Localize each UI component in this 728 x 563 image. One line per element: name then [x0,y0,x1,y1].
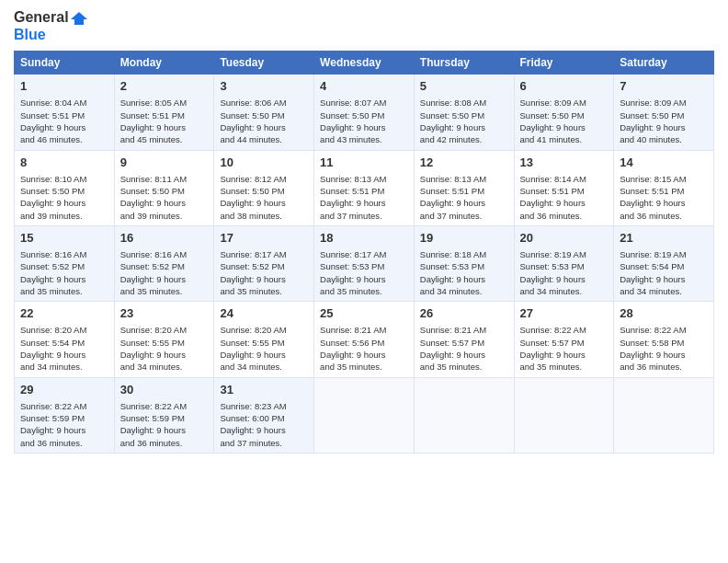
cell-info-line: Daylight: 9 hours [20,273,108,285]
cell-info-line: Sunrise: 8:04 AM [20,97,108,109]
cell-info-line: and 36 minutes. [620,210,708,222]
day-number: 22 [20,305,108,322]
day-number: 28 [620,305,708,322]
weekday-header-wednesday: Wednesday [314,52,415,75]
week-row-3: 15Sunrise: 8:16 AMSunset: 5:52 PMDayligh… [15,225,714,301]
cell-info-line: Daylight: 9 hours [420,121,508,133]
cell-info-line: and 36 minutes. [20,437,108,449]
cell-info-line: Sunrise: 8:17 AM [220,248,308,260]
cell-info-line: and 42 minutes. [420,133,508,145]
cell-info-line: Daylight: 9 hours [620,349,708,361]
cell-info-line: and 36 minutes. [520,210,609,222]
cell-info-line: Sunrise: 8:16 AM [20,248,108,260]
cell-info-line: Sunset: 5:57 PM [520,337,609,349]
cell-info-line: Daylight: 9 hours [320,121,408,133]
cell-info-line: Sunrise: 8:13 AM [320,173,408,185]
cell-info-line: Daylight: 9 hours [620,121,708,133]
cell-info-line: and 34 minutes. [620,285,708,297]
cell-info-line: Sunset: 5:50 PM [220,185,308,197]
cell-info-line: Daylight: 9 hours [320,349,408,361]
day-number: 9 [120,155,209,171]
calendar-cell: 28Sunrise: 8:22 AMSunset: 5:58 PMDayligh… [614,302,714,377]
day-number: 24 [220,305,308,322]
cell-info-line: Sunrise: 8:20 AM [20,324,108,336]
calendar-cell: 18Sunrise: 8:17 AMSunset: 5:53 PMDayligh… [314,225,415,301]
cell-info-line: Sunset: 5:53 PM [420,260,508,272]
day-number: 18 [320,230,408,247]
cell-info-line: Sunrise: 8:18 AM [420,248,508,260]
calendar-cell: 8Sunrise: 8:10 AMSunset: 5:50 PMDaylight… [15,150,115,225]
cell-info-line: Sunset: 5:50 PM [520,109,609,121]
cell-info-line: Daylight: 9 hours [520,349,609,361]
cell-info-line: Daylight: 9 hours [20,424,108,436]
day-number: 15 [20,230,108,247]
day-number: 29 [20,382,108,398]
day-number: 31 [220,382,308,398]
cell-info-line: Sunrise: 8:19 AM [520,248,609,260]
cell-info-line: Sunset: 5:50 PM [620,109,708,121]
cell-info-line: Daylight: 9 hours [20,349,108,361]
cell-info-line: Sunrise: 8:05 AM [120,97,209,109]
weekday-header-tuesday: Tuesday [214,52,314,75]
cell-info-line: Sunrise: 8:21 AM [420,324,508,336]
cell-info-line: Sunset: 5:51 PM [620,185,708,197]
cell-info-line: Daylight: 9 hours [220,197,308,209]
cell-info-line: Sunset: 5:59 PM [120,412,209,424]
cell-info-line: Sunset: 5:51 PM [520,185,609,197]
cell-info-line: Sunrise: 8:16 AM [120,248,209,260]
day-number: 6 [520,78,609,95]
cell-info-line: Sunset: 5:50 PM [20,185,108,197]
cell-info-line: Daylight: 9 hours [620,197,708,209]
cell-info-line: and 35 minutes. [120,285,209,297]
calendar-cell: 26Sunrise: 8:21 AMSunset: 5:57 PMDayligh… [414,302,514,377]
cell-info-line: Sunset: 6:00 PM [220,412,308,424]
weekday-header-thursday: Thursday [414,52,514,75]
cell-info-line: Sunset: 5:59 PM [20,412,108,424]
page-container: General Blue SundayMondayTuesdayWednesda… [0,0,728,458]
cell-info-line: Sunset: 5:50 PM [120,185,209,197]
day-number: 10 [220,155,308,171]
cell-info-line: Sunset: 5:52 PM [120,260,209,272]
cell-info-line: Daylight: 9 hours [220,349,308,361]
cell-info-line: Daylight: 9 hours [120,121,209,133]
cell-info-line: Sunrise: 8:07 AM [320,97,408,109]
week-row-5: 29Sunrise: 8:22 AMSunset: 5:59 PMDayligh… [15,377,714,453]
day-number: 27 [520,305,609,322]
cell-info-line: and 34 minutes. [220,361,308,373]
cell-info-line: Sunset: 5:55 PM [220,337,308,349]
cell-info-line: Sunrise: 8:14 AM [520,173,609,185]
svg-marker-0 [71,12,87,25]
calendar-cell: 12Sunrise: 8:13 AMSunset: 5:51 PMDayligh… [414,150,514,225]
cell-info-line: Sunset: 5:58 PM [620,337,708,349]
cell-info-line: Sunrise: 8:09 AM [520,97,609,109]
cell-info-line: Sunset: 5:50 PM [320,109,408,121]
cell-info-line: Sunset: 5:51 PM [420,185,508,197]
cell-info-line: Sunset: 5:56 PM [320,337,408,349]
cell-info-line: Sunrise: 8:09 AM [620,97,708,109]
header: General Blue [14,9,714,43]
cell-info-line: and 43 minutes. [320,133,408,145]
day-number: 17 [220,230,308,247]
cell-info-line: and 38 minutes. [220,210,308,222]
cell-info-line: Sunrise: 8:11 AM [120,173,209,185]
cell-info-line: Sunset: 5:52 PM [220,260,308,272]
cell-info-line: Sunrise: 8:22 AM [20,400,108,412]
cell-info-line: and 35 minutes. [20,285,108,297]
cell-info-line: Sunset: 5:54 PM [620,260,708,272]
cell-info-line: and 46 minutes. [20,133,108,145]
day-number: 4 [320,78,408,95]
logo-bird-icon [71,10,87,27]
cell-info-line: Sunset: 5:57 PM [420,337,508,349]
cell-info-line: Sunrise: 8:20 AM [120,324,209,336]
calendar-cell [414,377,514,453]
day-number: 30 [120,382,209,398]
cell-info-line: and 35 minutes. [320,285,408,297]
cell-info-line: and 36 minutes. [620,361,708,373]
cell-info-line: and 35 minutes. [520,361,609,373]
day-number: 2 [120,78,209,95]
cell-info-line: Sunset: 5:50 PM [420,109,508,121]
logo-text: General Blue [14,9,89,43]
cell-info-line: Sunset: 5:51 PM [120,109,209,121]
cell-info-line: Sunrise: 8:22 AM [120,400,209,412]
calendar-cell: 27Sunrise: 8:22 AMSunset: 5:57 PMDayligh… [514,302,614,377]
